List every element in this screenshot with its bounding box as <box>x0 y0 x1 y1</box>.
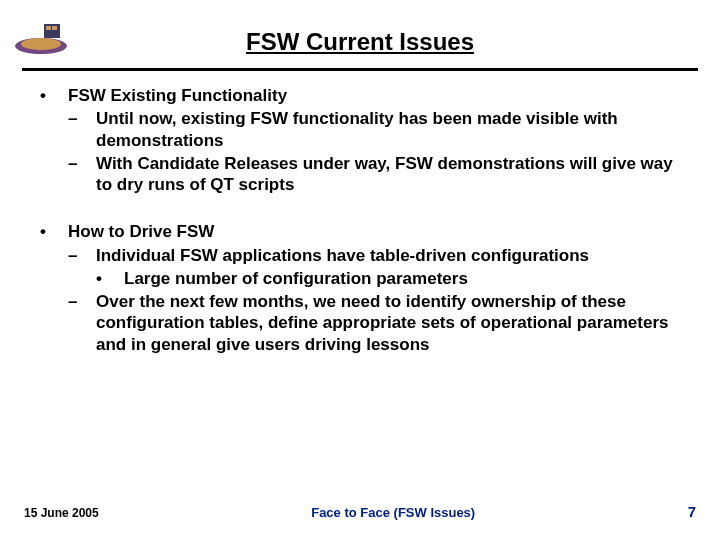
svg-rect-3 <box>46 26 51 30</box>
bullet-text: With Candidate Releases under way, FSW d… <box>96 153 680 196</box>
bullet-icon: • <box>40 221 68 242</box>
bullet-text: Over the next few months, we need to ide… <box>96 291 680 355</box>
section-heading: How to Drive FSW <box>68 221 214 242</box>
slide-title: FSW Current Issues <box>0 0 720 56</box>
bullet-text: Until now, existing FSW functionality ha… <box>96 108 680 151</box>
footer-page-number: 7 <box>688 503 696 520</box>
dash-icon: – <box>68 153 96 196</box>
bullet-level1: • How to Drive FSW <box>40 221 680 242</box>
section-block: • How to Drive FSW – Individual FSW appl… <box>40 221 680 355</box>
bullet-icon: • <box>96 268 124 289</box>
bullet-text: Individual FSW applications have table-d… <box>96 245 589 266</box>
section-heading: FSW Existing Functionality <box>68 85 287 106</box>
logo-icon <box>12 18 70 56</box>
footer-title: Face to Face (FSW Issues) <box>311 505 475 520</box>
bullet-level3: • Large number of configuration paramete… <box>96 268 680 289</box>
bullet-icon: • <box>40 85 68 106</box>
dash-icon: – <box>68 108 96 151</box>
slide-footer: 15 June 2005 Face to Face (FSW Issues) 7 <box>0 503 720 520</box>
bullet-text: Large number of configuration parameters <box>124 268 468 289</box>
bullet-level2: – With Candidate Releases under way, FSW… <box>68 153 680 196</box>
dash-icon: – <box>68 291 96 355</box>
slide-content: • FSW Existing Functionality – Until now… <box>0 71 720 355</box>
svg-rect-4 <box>52 26 57 30</box>
svg-point-1 <box>21 38 61 50</box>
footer-date: 15 June 2005 <box>24 506 99 520</box>
bullet-level2: – Individual FSW applications have table… <box>68 245 680 266</box>
section-block: • FSW Existing Functionality – Until now… <box>40 85 680 195</box>
bullet-level2: – Over the next few months, we need to i… <box>68 291 680 355</box>
bullet-level2: – Until now, existing FSW functionality … <box>68 108 680 151</box>
dash-icon: – <box>68 245 96 266</box>
bullet-level1: • FSW Existing Functionality <box>40 85 680 106</box>
